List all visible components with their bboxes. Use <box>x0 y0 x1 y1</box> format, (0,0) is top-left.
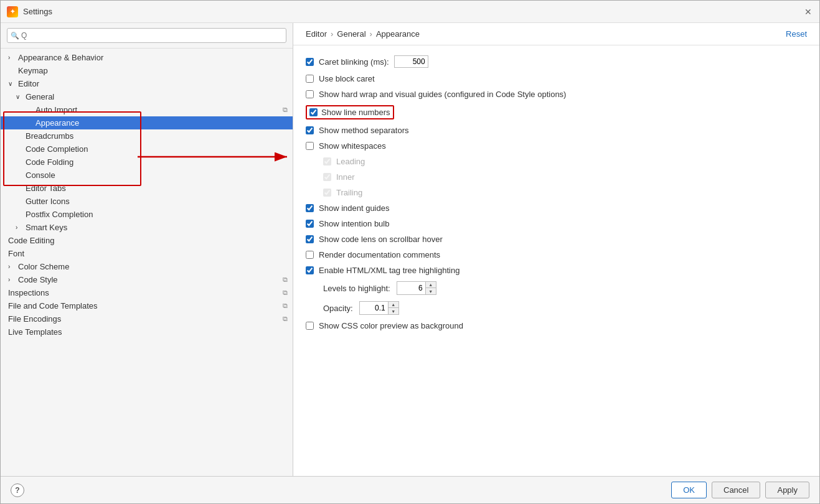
show-line-numbers-text: Show line numbers <box>321 108 390 117</box>
sidebar-item-appearance[interactable]: Appearance <box>1 116 293 129</box>
ok-button[interactable]: OK <box>671 482 707 498</box>
opacity-down-btn[interactable]: ▼ <box>389 308 398 314</box>
show-line-numbers-label: Show line numbers <box>321 108 390 117</box>
main-content: 🔍 › Appearance & Behavior Keymap ∨ <box>1 23 819 476</box>
sidebar-item-file-code-templates[interactable]: File and Code Templates ⧉ <box>1 299 293 312</box>
sidebar-item-font[interactable]: Font <box>1 247 293 260</box>
trailing-checkbox[interactable] <box>323 189 331 197</box>
show-indent-guides-checkbox[interactable] <box>306 204 314 212</box>
sidebar-item-label: Editor <box>18 79 288 88</box>
levels-down-btn[interactable]: ▼ <box>426 288 436 294</box>
sidebar-item-code-folding[interactable]: Code Folding <box>1 156 293 169</box>
show-line-numbers-highlight: Show line numbers <box>306 105 394 119</box>
sidebar-item-label: Smart Keys <box>26 223 288 232</box>
caret-blinking-checkbox[interactable] <box>306 58 314 66</box>
show-indent-guides-label: Show indent guides <box>319 203 389 213</box>
sidebar-item-appearance-behavior[interactable]: › Appearance & Behavior <box>1 51 293 64</box>
sidebar-item-label: Font <box>8 249 288 258</box>
chevron-icon: › <box>8 276 16 283</box>
search-input[interactable] <box>7 28 286 43</box>
show-css-color-row: Show CSS color preview as background <box>306 321 807 330</box>
breadcrumb-sep1: › <box>331 29 333 39</box>
opacity-up-btn[interactable]: ▲ <box>389 302 398 308</box>
render-doc-comments-checkbox[interactable] <box>306 251 314 259</box>
sidebar-item-auto-import[interactable]: Auto Import ⧉ <box>1 103 293 116</box>
apply-button[interactable]: Apply <box>765 482 809 498</box>
sidebar-item-label: Live Templates <box>8 327 288 337</box>
sidebar-item-color-scheme[interactable]: › Color Scheme <box>1 260 293 273</box>
sidebar-item-code-style[interactable]: › Code Style ⧉ <box>1 273 293 286</box>
levels-input[interactable] <box>397 282 425 294</box>
show-css-color-checkbox[interactable] <box>306 322 314 330</box>
render-doc-comments-text: Render documentation comments <box>319 250 440 259</box>
close-button[interactable]: ✕ <box>803 7 813 17</box>
window-title: Settings <box>23 7 52 16</box>
sidebar-item-inspections[interactable]: Inspections ⧉ <box>1 286 293 299</box>
search-bar: 🔍 <box>1 23 293 49</box>
sidebar-item-postfix-completion[interactable]: Postfix Completion <box>1 208 293 221</box>
sidebar-item-code-editing[interactable]: Code Editing <box>1 234 293 247</box>
show-css-color-label: Show CSS color preview as background <box>319 321 463 330</box>
caret-blinking-input[interactable] <box>394 55 428 68</box>
sidebar-item-file-encodings[interactable]: File Encodings ⧉ <box>1 312 293 325</box>
show-method-separators-text: Show method separators <box>319 126 409 135</box>
sidebar-item-label: Code Completion <box>26 144 288 154</box>
levels-up-btn[interactable]: ▲ <box>426 282 436 288</box>
sidebar-item-breadcrumbs[interactable]: Breadcrumbs <box>1 129 293 142</box>
app-icon: ✦ <box>7 6 18 17</box>
cancel-button[interactable]: Cancel <box>712 482 760 498</box>
sidebar-item-gutter-icons[interactable]: Gutter Icons <box>1 195 293 208</box>
chevron-icon: ∨ <box>8 80 16 87</box>
sidebar-item-editor[interactable]: ∨ Editor <box>1 77 293 90</box>
enable-html-xml-row: Enable HTML/XML tag tree highlighting <box>306 266 807 275</box>
sidebar-item-label: Editor Tabs <box>26 184 288 193</box>
breadcrumb-general: General <box>337 29 365 39</box>
show-method-separators-checkbox[interactable] <box>306 126 314 134</box>
sidebar-item-general[interactable]: ∨ General <box>1 90 293 103</box>
search-icon: 🔍 <box>11 32 19 40</box>
breadcrumb: Editor › General › Appearance <box>306 29 420 39</box>
leading-checkbox[interactable] <box>323 157 331 166</box>
show-css-color-text: Show CSS color preview as background <box>319 321 463 330</box>
show-hard-wrap-row: Show hard wrap and visual guides (config… <box>306 90 807 99</box>
sidebar-item-label: Auto Import <box>35 105 280 114</box>
use-block-caret-text: Use block caret <box>319 74 375 83</box>
opacity-input[interactable] <box>360 302 388 314</box>
show-line-numbers-checkbox[interactable] <box>309 108 318 116</box>
title-bar-left: ✦ Settings <box>7 6 52 17</box>
copy-icon: ⧉ <box>283 315 288 323</box>
use-block-caret-row: Use block caret <box>306 74 807 83</box>
levels-spinner: ▲ ▼ <box>397 281 436 295</box>
sidebar-item-label: Code Folding <box>26 157 288 167</box>
use-block-caret-checkbox[interactable] <box>306 75 314 83</box>
reset-button[interactable]: Reset <box>786 29 807 39</box>
opacity-row: Opacity: ▲ ▼ <box>306 301 807 315</box>
copy-icon: ⧉ <box>283 106 288 114</box>
sidebar-item-code-completion[interactable]: Code Completion <box>1 142 293 156</box>
enable-html-xml-label: Enable HTML/XML tag tree highlighting <box>319 266 459 275</box>
show-hard-wrap-checkbox[interactable] <box>306 90 314 98</box>
show-intention-bulb-row: Show intention bulb <box>306 219 807 228</box>
copy-icon: ⧉ <box>283 302 288 310</box>
help-button[interactable]: ? <box>11 483 24 497</box>
enable-html-xml-text: Enable HTML/XML tag tree highlighting <box>319 266 459 275</box>
sidebar-item-editor-tabs[interactable]: Editor Tabs <box>1 182 293 195</box>
show-method-separators-row: Show method separators <box>306 126 807 135</box>
sidebar-item-label: Keymap <box>18 66 288 75</box>
levels-spinner-btns: ▲ ▼ <box>425 282 436 294</box>
inner-checkbox[interactable] <box>323 173 331 181</box>
show-intention-bulb-checkbox[interactable] <box>306 220 314 228</box>
sidebar-item-smart-keys[interactable]: › Smart Keys <box>1 221 293 234</box>
sidebar-tree: › Appearance & Behavior Keymap ∨ Editor … <box>1 49 293 476</box>
chevron-icon: › <box>8 54 16 61</box>
sidebar-item-keymap[interactable]: Keymap <box>1 64 293 77</box>
sidebar-item-console[interactable]: Console <box>1 169 293 182</box>
panel-content: Caret blinking (ms): Use block caret Sho… <box>293 45 819 476</box>
show-whitespaces-checkbox[interactable] <box>306 142 314 150</box>
show-code-lens-checkbox[interactable] <box>306 235 314 243</box>
sidebar-item-live-templates[interactable]: Live Templates <box>1 325 293 338</box>
show-indent-guides-row: Show indent guides <box>306 203 807 213</box>
breadcrumb-editor: Editor <box>306 29 327 39</box>
sidebar-item-label: Inspections <box>8 288 280 297</box>
enable-html-xml-checkbox[interactable] <box>306 266 314 274</box>
